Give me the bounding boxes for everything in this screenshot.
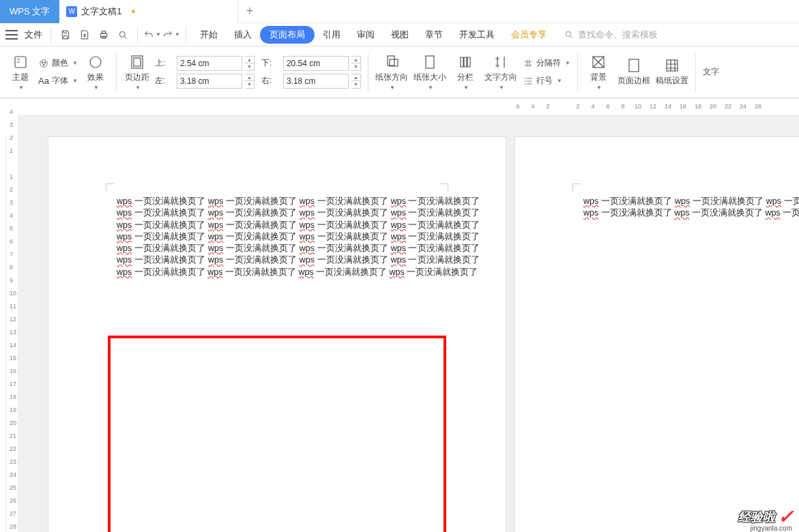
- menu-tab-3[interactable]: 引用: [315, 23, 349, 46]
- search-placeholder: 查找命令、搜索模板: [578, 29, 658, 41]
- redo-icon[interactable]: ▼: [162, 26, 180, 44]
- menu-tab-4[interactable]: 审阅: [349, 23, 383, 46]
- save-as-icon[interactable]: [76, 26, 93, 44]
- margin-bottom-spinner[interactable]: ▲▼: [351, 56, 361, 71]
- line-number-button[interactable]: 行号▼: [523, 73, 570, 89]
- margin-bottom-label: 下:: [261, 57, 280, 69]
- svg-point-8: [44, 61, 46, 63]
- text-wrap-button[interactable]: 文字: [703, 66, 719, 78]
- margins-button[interactable]: 页边距▼: [124, 54, 151, 91]
- color-button[interactable]: 颜色▼: [38, 55, 78, 72]
- svg-rect-13: [388, 56, 394, 65]
- menu-tab-2[interactable]: 页面布局: [260, 26, 315, 44]
- menu-tab-5[interactable]: 视图: [383, 23, 417, 46]
- margin-right-input[interactable]: [283, 74, 349, 89]
- columns-button[interactable]: 分栏▼: [452, 54, 479, 91]
- title-bar: WPS 文字 W 文字文稿1 • +: [0, 0, 799, 23]
- svg-point-3: [119, 31, 125, 37]
- ribbon: 主题▼ 颜色▼ Aa字体▼ 效果▼ 页边距▼ 上: ▲▼ 下: ▲▼: [0, 46, 799, 98]
- margin-bottom-input[interactable]: [283, 56, 349, 71]
- preview-icon[interactable]: [114, 26, 132, 44]
- vertical-ruler: 4321123456789101112131415161718192021222…: [0, 98, 18, 532]
- ribbon-tabs: 开始插入页面布局引用审阅视图章节开发工具会员专享: [192, 23, 555, 46]
- svg-point-10: [90, 57, 101, 68]
- orientation-button[interactable]: 纸张方向▼: [375, 54, 408, 91]
- svg-rect-18: [667, 60, 678, 71]
- page-1-body[interactable]: wps 一页没满就换页了 wps 一页没满就换页了 wps 一页没满就换页了 w…: [117, 196, 480, 278]
- margin-left-spinner[interactable]: ▲▼: [245, 74, 255, 89]
- svg-rect-0: [100, 33, 106, 37]
- page-2[interactable]: wps 一页没满就换页了 wps 一页没满就换页了 wps 一页没满就换页了 w…: [514, 136, 799, 532]
- page-2-body[interactable]: wps 一页没满就换页了 wps 一页没满就换页了 wps 一页没满就换页了 w…: [583, 196, 799, 220]
- document-tab[interactable]: W 文字文稿1 •: [59, 0, 238, 23]
- unsaved-indicator: •: [131, 5, 135, 18]
- margin-top-input[interactable]: [177, 56, 242, 71]
- tab-title: 文字文稿1: [81, 5, 121, 18]
- margin-top-spinner[interactable]: ▲▼: [245, 56, 255, 71]
- document-canvas[interactable]: 6422468101214161820222426 wps 一页没满就换页了 w…: [18, 98, 799, 532]
- workspace: 4321123456789101112131415161718192021222…: [0, 98, 799, 532]
- watermark-url: jingyanla.com: [751, 524, 792, 532]
- svg-rect-1: [102, 31, 105, 33]
- font-button[interactable]: Aa字体▼: [38, 73, 78, 89]
- theme-button[interactable]: 主题▼: [7, 54, 34, 91]
- breaks-button[interactable]: 分隔符▼: [523, 55, 570, 72]
- page-border-button[interactable]: 页面边框: [618, 57, 650, 87]
- margins-group: 页边距▼ 上: ▲▼ 下: ▲▼ 左: ▲▼ 右: ▲▼: [124, 46, 361, 98]
- background-button[interactable]: 背景▼: [585, 54, 612, 91]
- theme-group: 主题▼ 颜色▼ Aa字体▼ 效果▼: [7, 46, 109, 98]
- search-box[interactable]: 查找命令、搜索模板: [564, 29, 658, 41]
- margin-left-label: 左:: [155, 75, 174, 87]
- svg-point-6: [40, 59, 48, 67]
- menu-tab-7[interactable]: 开发工具: [451, 23, 503, 46]
- horizontal-ruler: 6422468101214161820222426: [18, 98, 799, 115]
- svg-rect-5: [15, 57, 26, 68]
- undo-icon[interactable]: ▼: [143, 26, 161, 44]
- menu-tab-8[interactable]: 会员专享: [503, 23, 555, 46]
- margin-top-label: 上:: [155, 57, 174, 69]
- margin-right-spinner[interactable]: ▲▼: [351, 74, 361, 89]
- hamburger-icon[interactable]: [5, 30, 18, 40]
- page-1[interactable]: wps 一页没满就换页了 wps 一页没满就换页了 wps 一页没满就换页了 w…: [48, 136, 506, 532]
- new-tab-button[interactable]: +: [238, 0, 261, 23]
- file-menu[interactable]: 文件: [22, 29, 45, 41]
- menu-tab-1[interactable]: 插入: [226, 23, 260, 46]
- svg-rect-17: [629, 59, 639, 72]
- margin-left-input[interactable]: [177, 74, 242, 89]
- text-direction-button[interactable]: 文字方向▼: [484, 54, 517, 91]
- margin-right-label: 右:: [261, 75, 280, 87]
- paper-size-button[interactable]: 纸张大小▼: [413, 54, 446, 91]
- app-name: WPS 文字: [0, 0, 59, 23]
- svg-point-7: [42, 61, 43, 63]
- menu-tab-0[interactable]: 开始: [192, 23, 226, 46]
- menu-bar: 文件 ▼ ▼ 开始插入页面布局引用审阅视图章节开发工具会员专享 查找命令、搜索模…: [0, 23, 799, 46]
- save-icon[interactable]: [57, 26, 74, 44]
- effect-button[interactable]: 效果▼: [82, 54, 109, 91]
- svg-rect-15: [426, 56, 434, 68]
- grid-paper-button[interactable]: 稿纸设置: [656, 57, 688, 87]
- menu-tab-6[interactable]: 章节: [417, 23, 451, 46]
- svg-rect-12: [134, 58, 141, 66]
- doc-icon: W: [66, 6, 77, 17]
- svg-point-4: [566, 31, 570, 36]
- print-icon[interactable]: [95, 26, 113, 44]
- svg-point-9: [43, 64, 44, 65]
